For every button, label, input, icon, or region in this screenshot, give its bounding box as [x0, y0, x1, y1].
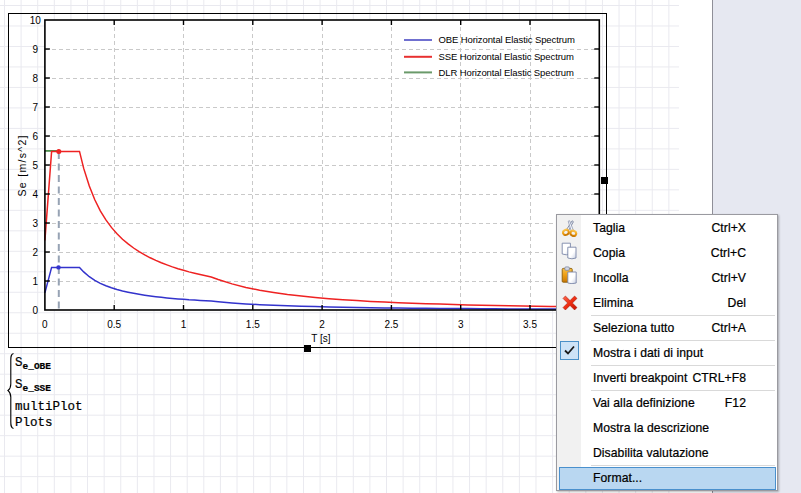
svg-text:2: 2 [319, 319, 325, 330]
svg-text:Se [m/s^2]: Se [m/s^2] [16, 134, 28, 196]
svg-text:DLR Horizontal Elastic Spectru: DLR Horizontal Elastic Spectrum [439, 67, 574, 78]
svg-text:2.5: 2.5 [384, 319, 398, 330]
svg-text:1.5: 1.5 [246, 319, 260, 330]
svg-text:T [s]: T [s] [311, 333, 330, 344]
svg-text:1: 1 [181, 319, 187, 330]
svg-text:1: 1 [33, 276, 39, 287]
svg-text:0: 0 [42, 319, 48, 330]
svg-text:6: 6 [33, 131, 39, 142]
svg-text:9: 9 [33, 44, 39, 55]
svg-text:10: 10 [30, 15, 42, 26]
svg-text:3.5: 3.5 [523, 319, 537, 330]
svg-text:OBE Horizontal Elastic Spectru: OBE Horizontal Elastic Spectrum [439, 34, 575, 45]
svg-text:3: 3 [458, 319, 464, 330]
svg-text:0.5: 0.5 [107, 319, 121, 330]
svg-text:2: 2 [33, 247, 39, 258]
svg-text:SSE Horizontal Elastic Spectru: SSE Horizontal Elastic Spectrum [439, 51, 574, 62]
svg-text:5: 5 [33, 160, 39, 171]
svg-text:8: 8 [33, 73, 39, 84]
svg-text:3: 3 [33, 218, 39, 229]
svg-text:0: 0 [33, 305, 39, 316]
svg-text:4: 4 [33, 189, 39, 200]
svg-text:7: 7 [33, 102, 39, 113]
